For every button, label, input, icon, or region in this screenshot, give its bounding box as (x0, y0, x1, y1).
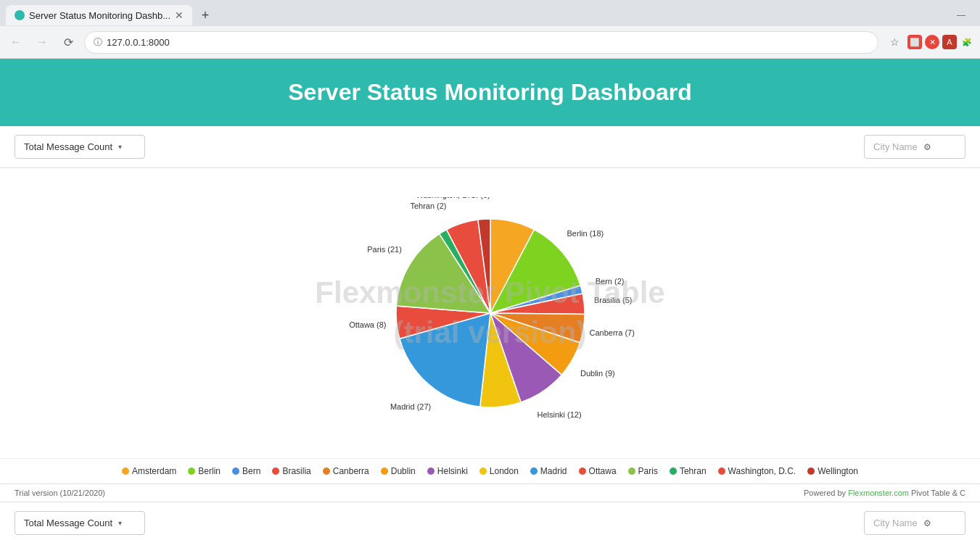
pie-chart-container: Amsterdam (11)Berlin (18)Bern (2)Brasili… (236, 197, 744, 429)
legend-label-dublin: Dublin (391, 466, 416, 476)
address-bar: ← → ⟳ ⓘ 127.0.0.1:8000 ☆ ⬜ ✕ A 🧩 (0, 26, 980, 58)
top-toolbar-row: Total Message Count ▾ City Name ⚙ (0, 126, 980, 168)
tab-bar: Server Status Monitoring Dashb... ✕ + — (0, 0, 980, 26)
legend-dot-washington--d-c- (718, 468, 725, 475)
page-content: Server Status Monitoring Dashboard Total… (0, 59, 980, 540)
legend-item-brasilia: Brasilia (272, 466, 310, 476)
legend-label-helsinki: Helsinki (437, 466, 468, 476)
city-filter-bottom[interactable]: City Name ⚙ (864, 511, 965, 535)
legend-label-berlin: Berlin (198, 466, 221, 476)
dashboard-header: Server Status Monitoring Dashboard (0, 59, 980, 126)
legend-item-paris: Paris (628, 466, 658, 476)
city-label-top: City Name (873, 141, 918, 152)
trial-text: Trial version (10/21/2020) (15, 489, 105, 497)
flexmonster-link[interactable]: Flexmonster.com (848, 489, 909, 497)
legend-dot-berlin (188, 468, 195, 475)
tab-title: Server Status Monitoring Dashb... (29, 10, 170, 21)
city-filter-top[interactable]: City Name ⚙ (864, 135, 965, 159)
powered-by: Powered by Flexmonster.com Pivot Table &… (804, 489, 965, 497)
bottom-toolbar-row: Total Message Count ▾ City Name ⚙ (0, 502, 980, 540)
ext-icon-4[interactable]: 🧩 (960, 35, 974, 49)
pie-label-berlin: Berlin (18) (567, 229, 604, 238)
legend-item-canberra: Canberra (323, 466, 369, 476)
measure-arrow-bottom: ▾ (118, 519, 122, 527)
legend-label-paris: Paris (638, 466, 658, 476)
legend-dot-tehran (670, 468, 677, 475)
legend-item-ottawa: Ottawa (579, 466, 617, 476)
bookmark-icon[interactable]: ☆ (884, 32, 905, 52)
pie-label-tehran: Tehran (2) (410, 202, 446, 210)
legend-label-wellington: Wellington (818, 466, 858, 476)
legend-label-brasilia: Brasilia (282, 466, 310, 476)
legend-label-london: London (490, 466, 519, 476)
legend-dot-paris (628, 468, 635, 475)
legend-item-bern: Bern (232, 466, 260, 476)
city-label-bottom: City Name (873, 518, 918, 528)
legend-item-madrid: Madrid (530, 466, 567, 476)
back-button[interactable]: ← (6, 32, 26, 52)
legend-dot-madrid (530, 468, 538, 475)
filter-icon-bottom: ⚙ (923, 518, 931, 528)
legend-dot-london (479, 468, 487, 475)
browser-toolbar-icons: ☆ ⬜ ✕ A 🧩 (884, 32, 974, 52)
url-bar[interactable]: ⓘ 127.0.0.1:8000 (84, 31, 878, 54)
browser-chrome: Server Status Monitoring Dashb... ✕ + — … (0, 0, 980, 59)
secure-icon: ⓘ (94, 36, 102, 49)
legend-dot-wellington (807, 468, 815, 475)
active-tab[interactable]: Server Status Monitoring Dashb... ✕ (6, 5, 192, 25)
measure-dropdown-bottom[interactable]: Total Message Count ▾ (15, 511, 145, 535)
pie-chart: Amsterdam (11)Berlin (18)Bern (2)Brasili… (236, 197, 744, 429)
legend-label-canberra: Canberra (333, 466, 369, 476)
legend-dot-dublin (381, 468, 388, 475)
legend-item-helsinki: Helsinki (427, 466, 468, 476)
chart-area: Flexmonster Pivot Table (trial version) … (0, 168, 980, 458)
measure-dropdown-top[interactable]: Total Message Count ▾ (15, 135, 145, 159)
pie-label-canberra: Canberra (7) (589, 328, 634, 337)
legend-item-london: London (479, 466, 519, 476)
tab-close-button[interactable]: ✕ (175, 9, 184, 21)
legend-label-washington--d-c-: Washington, D.C. (728, 466, 796, 476)
measure-label-top: Total Message Count (24, 141, 112, 152)
legend-item-amsterdam: Amsterdam (122, 466, 176, 476)
footer-row: Trial version (10/21/2020) Powered by Fl… (0, 483, 980, 502)
legend-item-dublin: Dublin (381, 466, 416, 476)
dashboard-title: Server Status Monitoring Dashboard (15, 79, 965, 106)
measure-arrow-top: ▾ (118, 143, 122, 151)
pie-label-washington--d-c-: Washington, D.C. (8) (416, 197, 490, 199)
legend-label-amsterdam: Amsterdam (132, 466, 176, 476)
legend-dot-bern (232, 468, 239, 475)
pie-label-helsinki: Helsinki (12) (537, 410, 581, 419)
pie-label-ottawa: Ottawa (8) (349, 320, 386, 329)
legend-label-tehran: Tehran (680, 466, 707, 476)
url-text: 127.0.0.1:8000 (107, 37, 170, 48)
pie-label-dublin: Dublin (9) (580, 369, 614, 378)
new-tab-button[interactable]: + (195, 5, 215, 25)
legend-dot-amsterdam (122, 468, 129, 475)
legend-item-wellington: Wellington (807, 466, 858, 476)
ext-icon-2[interactable]: ✕ (925, 35, 939, 49)
filter-icon-top: ⚙ (923, 142, 931, 152)
pie-label-madrid: Madrid (27) (390, 402, 430, 411)
pie-label-bern: Bern (2) (595, 277, 624, 286)
ext-icon-1[interactable]: ⬜ (907, 35, 922, 49)
ext-icon-3[interactable]: A (942, 35, 957, 49)
legend-dot-canberra (323, 468, 330, 475)
forward-button[interactable]: → (32, 32, 52, 52)
legend-item-washington--d-c-: Washington, D.C. (718, 466, 796, 476)
legend: AmsterdamBerlinBernBrasiliaCanberraDubli… (0, 458, 980, 483)
tab-favicon (15, 10, 25, 20)
pie-label-brasilia: Brasilia (5) (593, 296, 632, 304)
legend-item-tehran: Tehran (670, 466, 707, 476)
legend-dot-helsinki (427, 468, 435, 475)
pie-label-paris: Paris (21) (367, 245, 402, 254)
minimize-button[interactable]: — (948, 7, 974, 23)
legend-label-madrid: Madrid (540, 466, 567, 476)
measure-label-bottom: Total Message Count (24, 518, 112, 528)
legend-label-bern: Bern (242, 466, 260, 476)
legend-label-ottawa: Ottawa (589, 466, 617, 476)
refresh-button[interactable]: ⟳ (58, 32, 78, 52)
legend-item-berlin: Berlin (188, 466, 221, 476)
legend-dot-brasilia (272, 468, 279, 475)
legend-dot-ottawa (579, 468, 586, 475)
